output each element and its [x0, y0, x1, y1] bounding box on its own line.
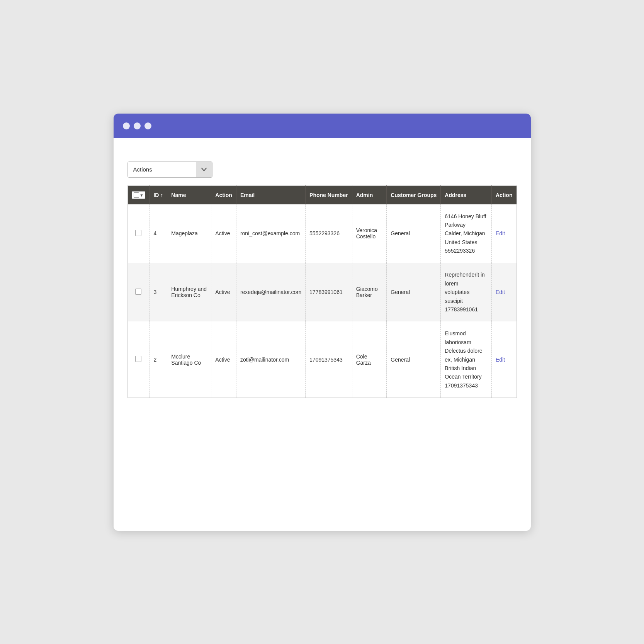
cell-edit-action: Edit [491, 204, 517, 263]
edit-link[interactable]: Edit [496, 289, 505, 295]
cell-action-status: Active [211, 321, 236, 398]
cell-admin: Giacomo Barker [352, 263, 387, 321]
titlebar-dot-1 [123, 122, 130, 129]
cell-id: 3 [150, 263, 167, 321]
cell-customer-groups: General [387, 321, 441, 398]
titlebar-dot-2 [134, 122, 141, 129]
cell-name: Mcclure Santiago Co [167, 321, 211, 398]
cell-action-status: Active [211, 263, 236, 321]
row-checkbox-cell [127, 321, 150, 398]
edit-link[interactable]: Edit [496, 230, 505, 236]
cell-phone: 5552293326 [306, 204, 352, 263]
cell-name: Humphrey and Erickson Co [167, 263, 211, 321]
row-select-checkbox[interactable] [135, 289, 141, 295]
th-name: Name [167, 185, 211, 204]
table-header-row: ▼ ID ↑ Name Action [127, 185, 517, 204]
customers-table: ▼ ID ↑ Name Action [127, 185, 517, 398]
th-phone: Phone Number [306, 185, 352, 204]
cell-id: 4 [150, 204, 167, 263]
row-checkbox-cell [127, 204, 150, 263]
table-row: 2Mcclure Santiago CoActivezoti@mailinato… [127, 321, 517, 398]
chevron-down-icon [201, 167, 207, 172]
cell-phone: 17783991061 [306, 263, 352, 321]
cell-address: Reprehenderit in loremvoluptates suscipi… [441, 263, 492, 321]
actions-dropdown[interactable]: Actions [127, 161, 212, 178]
header-checkbox-arrow[interactable]: ▼ [140, 193, 144, 197]
cell-customer-groups: General [387, 263, 441, 321]
th-address: Address [441, 185, 492, 204]
cell-email: roni_cost@example.com [236, 204, 305, 263]
cell-admin: Veronica Costello [352, 204, 387, 263]
cell-address: 6146 Honey Bluff ParkwayCalder, Michigan… [441, 204, 492, 263]
actions-arrow-button[interactable] [196, 161, 212, 178]
content-area: Actions ▼ [114, 138, 531, 421]
th-customer-groups: Customer Groups [387, 185, 441, 204]
th-email: Email [236, 185, 305, 204]
th-action: Action [211, 185, 236, 204]
actions-bar: Actions [127, 161, 517, 178]
th-id-label[interactable]: ID ↑ [153, 192, 163, 198]
cell-action-status: Active [211, 204, 236, 263]
table-row: 3Humphrey and Erickson CoActiverexedeja@… [127, 263, 517, 321]
actions-label: Actions [128, 166, 196, 173]
th-edit-action: Action [491, 185, 517, 204]
header-checkbox-wrap[interactable]: ▼ [132, 191, 146, 199]
th-admin: Admin [352, 185, 387, 204]
edit-link[interactable]: Edit [496, 357, 505, 363]
cell-email: zoti@mailinator.com [236, 321, 305, 398]
cell-edit-action: Edit [491, 321, 517, 398]
titlebar-dot-3 [144, 122, 151, 129]
cell-id: 2 [150, 321, 167, 398]
th-id: ID ↑ [150, 185, 167, 204]
cell-edit-action: Edit [491, 263, 517, 321]
cell-admin: Cole Garza [352, 321, 387, 398]
row-select-checkbox[interactable] [135, 230, 141, 236]
th-checkbox: ▼ [127, 185, 150, 204]
header-select-all-checkbox[interactable] [134, 192, 139, 198]
cell-customer-groups: General [387, 204, 441, 263]
cell-address: Eiusmod laboriosamDelectus dolore ex, Mi… [441, 321, 492, 398]
table-row: 4MageplazaActiveroni_cost@example.com555… [127, 204, 517, 263]
cell-name: Mageplaza [167, 204, 211, 263]
titlebar [114, 114, 531, 138]
browser-window: Actions ▼ [114, 114, 531, 531]
row-select-checkbox[interactable] [135, 356, 141, 362]
cell-phone: 17091375343 [306, 321, 352, 398]
row-checkbox-cell [127, 263, 150, 321]
cell-email: rexedeja@mailinator.com [236, 263, 305, 321]
